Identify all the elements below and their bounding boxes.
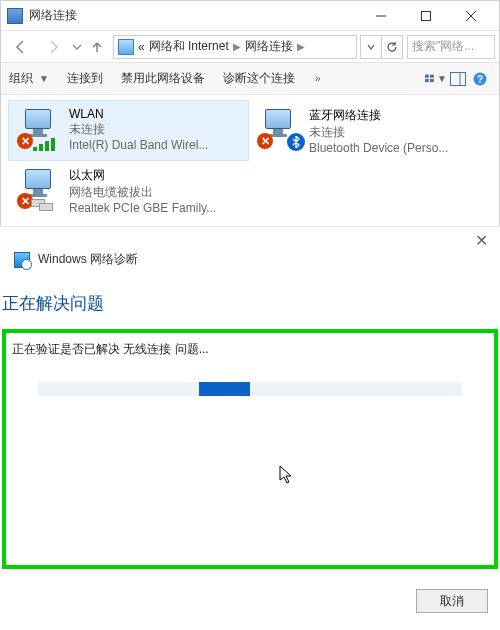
connection-name: 蓝牙网络连接 — [309, 107, 482, 124]
connection-device: Bluetooth Device (Perso... — [309, 141, 482, 155]
up-button[interactable] — [85, 34, 109, 60]
minimize-button[interactable] — [358, 2, 403, 30]
svg-rect-3 — [425, 79, 429, 82]
wlan-icon: ✕ — [17, 107, 65, 149]
window-title: 网络连接 — [29, 7, 358, 24]
recent-locations-dropdown[interactable] — [69, 34, 85, 60]
search-input[interactable]: 搜索"网络... — [407, 35, 495, 59]
close-button[interactable] — [448, 2, 493, 30]
chevron-right-icon: ▶ — [233, 41, 241, 52]
progress-bar — [38, 382, 462, 396]
connection-device: Realtek PCIe GBE Family... — [69, 201, 242, 215]
command-bar: 组织▼ 连接到 禁用此网络设备 诊断这个连接 » ▼ ? — [1, 63, 499, 95]
connect-to-button[interactable]: 连接到 — [67, 70, 103, 87]
close-icon[interactable]: ✕ — [475, 231, 488, 250]
highlighted-progress-area: 正在验证是否已解决 无线连接 问题... — [2, 329, 498, 569]
connection-name: WLAN — [69, 107, 240, 121]
dialog-title-row: Windows 网络诊断 — [0, 227, 500, 282]
cursor-icon — [279, 465, 295, 485]
chevron-down-icon: ▼ — [39, 73, 49, 84]
help-button[interactable]: ? — [469, 68, 491, 90]
search-placeholder: 搜索"网络... — [412, 38, 474, 55]
forward-button[interactable] — [37, 34, 69, 60]
section-heading: 正在解决问题 — [0, 282, 500, 323]
preview-pane-button[interactable] — [447, 68, 469, 90]
connection-item-wlan[interactable]: ✕ WLAN 未连接 Intel(R) Dual Band Wirel... — [8, 100, 249, 161]
network-connections-window: 网络连接 « 网络和 Internet — [0, 0, 500, 234]
view-options-button[interactable]: ▼ — [425, 68, 447, 90]
connection-name: 以太网 — [69, 167, 242, 184]
back-button[interactable] — [5, 34, 37, 60]
status-text: 正在验证是否已解决 无线连接 问题... — [12, 341, 488, 358]
connection-item-ethernet[interactable]: ✕ 以太网 网络电缆被拔出 Realtek PCIe GBE Family... — [9, 161, 250, 221]
dialog-title: Windows 网络诊断 — [38, 251, 138, 268]
network-icon — [118, 39, 134, 55]
chevron-down-icon: ▼ — [437, 73, 447, 84]
svg-rect-1 — [425, 74, 429, 77]
error-x-icon: ✕ — [257, 133, 273, 149]
bluetooth-network-icon: ✕ — [257, 107, 305, 149]
svg-rect-0 — [421, 11, 430, 20]
connections-list: ✕ WLAN 未连接 Intel(R) Dual Band Wirel... ✕ — [1, 95, 499, 233]
ethernet-icon: ✕ — [17, 167, 65, 209]
connection-state: 未连接 — [309, 124, 482, 141]
maximize-button[interactable] — [403, 2, 448, 30]
address-history-dropdown[interactable] — [360, 35, 382, 59]
connection-item-bluetooth[interactable]: ✕ 蓝牙网络连接 未连接 Bluetooth Device (Perso... — [249, 101, 490, 161]
organize-menu[interactable]: 组织▼ — [9, 70, 49, 87]
svg-rect-4 — [430, 79, 434, 82]
connection-device: Intel(R) Dual Band Wirel... — [69, 138, 240, 152]
dialog-footer: 取消 — [0, 575, 500, 613]
error-x-icon: ✕ — [17, 133, 33, 149]
breadcrumb[interactable]: « 网络和 Internet ▶ 网络连接 ▶ — [113, 35, 357, 59]
troubleshooter-icon — [14, 252, 30, 268]
app-icon — [7, 8, 23, 24]
refresh-button[interactable] — [381, 35, 403, 59]
ethernet-plug-icon — [31, 199, 53, 211]
wifi-bars-icon — [33, 135, 57, 151]
connection-state: 网络电缆被拔出 — [69, 184, 242, 201]
diagnose-button[interactable]: 诊断这个连接 — [223, 70, 295, 87]
progress-bar-indeterminate-chunk — [199, 382, 250, 396]
breadcrumb-item[interactable]: 网络和 Internet — [149, 38, 229, 55]
bluetooth-icon — [287, 133, 305, 151]
svg-text:?: ? — [477, 74, 483, 85]
network-troubleshooter-dialog: ✕ Windows 网络诊断 正在解决问题 正在验证是否已解决 无线连接 问题.… — [0, 226, 500, 630]
breadcrumb-prefix: « — [138, 40, 145, 54]
more-commands-chevron[interactable]: » — [313, 73, 321, 84]
cancel-button[interactable]: 取消 — [416, 589, 488, 613]
chevron-right-icon: » — [315, 73, 321, 84]
connection-state: 未连接 — [69, 121, 240, 138]
disable-device-button[interactable]: 禁用此网络设备 — [121, 70, 205, 87]
svg-rect-5 — [451, 72, 466, 85]
chevron-right-icon: ▶ — [297, 41, 305, 52]
titlebar[interactable]: 网络连接 — [1, 1, 499, 31]
address-bar-row: « 网络和 Internet ▶ 网络连接 ▶ 搜索"网络... — [1, 31, 499, 63]
breadcrumb-item[interactable]: 网络连接 — [245, 38, 293, 55]
svg-rect-2 — [430, 74, 434, 77]
